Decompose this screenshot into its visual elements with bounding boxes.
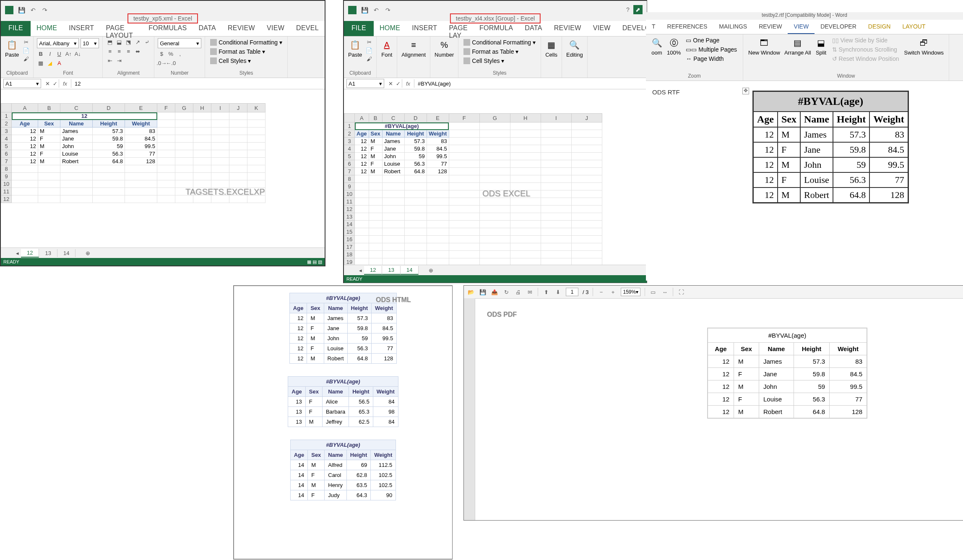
fit-page-icon[interactable]: ▭ bbox=[649, 288, 657, 296]
wrap-text-icon[interactable]: ⤶ bbox=[143, 38, 151, 46]
tab-insert[interactable]: INSERT bbox=[63, 21, 100, 36]
view-break-icon[interactable]: ▧ bbox=[318, 259, 322, 264]
sheet-tab-14[interactable]: 14 bbox=[57, 249, 75, 257]
save-icon[interactable]: 💾 bbox=[361, 6, 368, 14]
copy-icon[interactable]: 📄 bbox=[365, 47, 373, 54]
inc-decimal-icon[interactable]: .0→ bbox=[158, 59, 165, 67]
table-move-handle-icon[interactable]: ✥ bbox=[742, 88, 749, 94]
number-format-select[interactable]: General▾ bbox=[158, 38, 201, 48]
tab-cut[interactable]: T bbox=[646, 20, 661, 34]
tab-devel[interactable]: DEVEL bbox=[290, 21, 325, 36]
formula-value[interactable]: 12 bbox=[71, 81, 84, 87]
view-side-by-side-button[interactable]: ▯▯View Side by Side bbox=[830, 36, 901, 44]
font-button[interactable]: AFont bbox=[380, 38, 393, 59]
fill-color-icon[interactable]: ◢ bbox=[46, 59, 54, 67]
tab-file[interactable]: FILE bbox=[1, 21, 31, 36]
tab-developer[interactable]: DEVELOPER bbox=[815, 20, 862, 34]
enter-icon[interactable]: ✓ bbox=[51, 80, 59, 87]
print-icon[interactable]: 🖨 bbox=[514, 288, 522, 296]
italic-button[interactable]: I bbox=[46, 50, 54, 57]
undo-icon[interactable]: ↶ bbox=[29, 6, 37, 14]
redo-icon[interactable]: ↷ bbox=[384, 6, 392, 14]
tab-mailings[interactable]: MAILINGS bbox=[713, 20, 753, 34]
mail-icon[interactable]: ✉ bbox=[526, 288, 534, 296]
align-right-icon[interactable]: ≡ bbox=[125, 47, 132, 55]
multiple-pages-button[interactable]: ▭▭Multiple Pages bbox=[684, 45, 739, 54]
help-icon[interactable]: ? bbox=[624, 6, 632, 13]
spreadsheet-grid[interactable]: ABCDEFGHIJ1#BYVAL(age)2AgeSexNameHeightW… bbox=[344, 113, 602, 266]
alignment-button[interactable]: ≡Alignment bbox=[401, 38, 427, 59]
tab-scroll-left-icon[interactable]: ◂ bbox=[13, 249, 21, 257]
sheet-tab-12[interactable]: 12 bbox=[21, 249, 39, 258]
font-color-icon[interactable]: A bbox=[55, 59, 63, 67]
undo-icon[interactable]: ↶ bbox=[372, 6, 380, 14]
view-page-icon[interactable]: ▤ bbox=[312, 259, 317, 264]
borders-icon[interactable]: ▦ bbox=[37, 59, 44, 67]
fx-icon[interactable]: fx bbox=[402, 79, 414, 88]
tab-design[interactable]: DESIGN bbox=[862, 20, 897, 34]
font-size-select[interactable]: 10▾ bbox=[81, 38, 99, 48]
save-icon[interactable]: 💾 bbox=[18, 6, 25, 14]
number-button[interactable]: %Number bbox=[434, 38, 455, 59]
tab-view[interactable]: VIEW bbox=[788, 20, 815, 34]
comma-icon[interactable]: , bbox=[176, 50, 184, 57]
open-icon[interactable]: 📂 bbox=[467, 288, 475, 296]
tab-review[interactable]: REVIEW bbox=[222, 21, 261, 36]
tab-view[interactable]: VIEW bbox=[587, 21, 617, 36]
currency-icon[interactable]: $ bbox=[158, 50, 165, 57]
refresh-icon[interactable]: ↻ bbox=[502, 288, 510, 296]
save-icon[interactable]: 💾 bbox=[479, 288, 487, 296]
copy-icon[interactable]: 📄 bbox=[22, 47, 30, 54]
fit-width-icon[interactable]: ↔ bbox=[661, 288, 669, 296]
editing-button[interactable]: 🔍Editing bbox=[565, 38, 584, 59]
conditional-formatting-button[interactable]: Conditional Formatting▾ bbox=[208, 38, 284, 47]
formula-value[interactable]: #BYVAL(age) bbox=[414, 81, 454, 87]
conditional-formatting-button[interactable]: Conditional Formatting▾ bbox=[462, 38, 537, 47]
format-painter-icon[interactable]: 🖌 bbox=[365, 55, 373, 63]
fx-icon[interactable]: fx bbox=[59, 79, 71, 88]
sheet-tab-12[interactable]: 12 bbox=[364, 266, 382, 275]
merge-icon[interactable]: ⬌ bbox=[134, 47, 141, 55]
tab-layout[interactable]: LAYOUT bbox=[896, 20, 931, 34]
switch-windows-button[interactable]: 🗗Switch Windows bbox=[903, 36, 945, 57]
sheet-tab-13[interactable]: 13 bbox=[382, 266, 400, 275]
new-sheet-icon[interactable]: ⊕ bbox=[84, 249, 91, 257]
tab-review[interactable]: REVIEW bbox=[548, 21, 587, 36]
sheet-tab-14[interactable]: 14 bbox=[401, 266, 419, 275]
export-icon[interactable]: 📤 bbox=[491, 288, 498, 296]
reset-window-button[interactable]: ↺Reset Window Position bbox=[830, 55, 901, 63]
next-page-icon[interactable]: ⬇ bbox=[554, 288, 562, 296]
page-width-button[interactable]: ↔Page Width bbox=[684, 55, 739, 63]
align-middle-icon[interactable]: ⬓ bbox=[115, 38, 123, 46]
name-box[interactable]: A1▾ bbox=[3, 79, 41, 88]
align-bottom-icon[interactable]: ⬔ bbox=[125, 38, 132, 46]
bold-button[interactable]: B bbox=[37, 50, 44, 57]
tab-home[interactable]: HOME bbox=[31, 21, 63, 36]
name-box[interactable]: A1▾ bbox=[346, 79, 384, 88]
cells-button[interactable]: ▦Cells bbox=[544, 38, 558, 59]
underline-button[interactable]: U bbox=[55, 50, 63, 57]
cut-icon[interactable]: ✂ bbox=[365, 38, 373, 46]
tab-references[interactable]: REFERENCES bbox=[661, 20, 713, 34]
tab-home[interactable]: HOME bbox=[374, 21, 406, 36]
orientation-icon[interactable]: ↗ bbox=[134, 38, 141, 46]
percent-icon[interactable]: % bbox=[167, 50, 174, 57]
align-left-icon[interactable]: ≡ bbox=[106, 47, 114, 55]
paste-button[interactable]: 📋Paste bbox=[347, 38, 363, 59]
indent-dec-icon[interactable]: ⇤ bbox=[106, 57, 114, 64]
zoom-button[interactable]: 🔍oom bbox=[650, 36, 664, 57]
zoom-select[interactable]: 159% ▾ bbox=[621, 288, 640, 296]
prev-page-icon[interactable]: ⬆ bbox=[542, 288, 550, 296]
indent-inc-icon[interactable]: ⇥ bbox=[115, 57, 123, 64]
tab-review[interactable]: REVIEW bbox=[753, 20, 788, 34]
new-window-button[interactable]: 🗔New Window bbox=[747, 36, 781, 57]
align-top-icon[interactable]: ⬒ bbox=[106, 38, 114, 46]
view-normal-icon[interactable]: ▦ bbox=[307, 259, 311, 264]
split-button[interactable]: ⬓Split bbox=[815, 36, 828, 57]
cell-styles-button[interactable]: Cell Styles▾ bbox=[462, 57, 506, 65]
redo-icon[interactable]: ↷ bbox=[41, 6, 49, 14]
enter-icon[interactable]: ✓ bbox=[394, 80, 402, 87]
sheet-tab-13[interactable]: 13 bbox=[39, 249, 57, 257]
pdf-sidebar[interactable] bbox=[464, 298, 475, 520]
cut-icon[interactable]: ✂ bbox=[22, 38, 30, 46]
